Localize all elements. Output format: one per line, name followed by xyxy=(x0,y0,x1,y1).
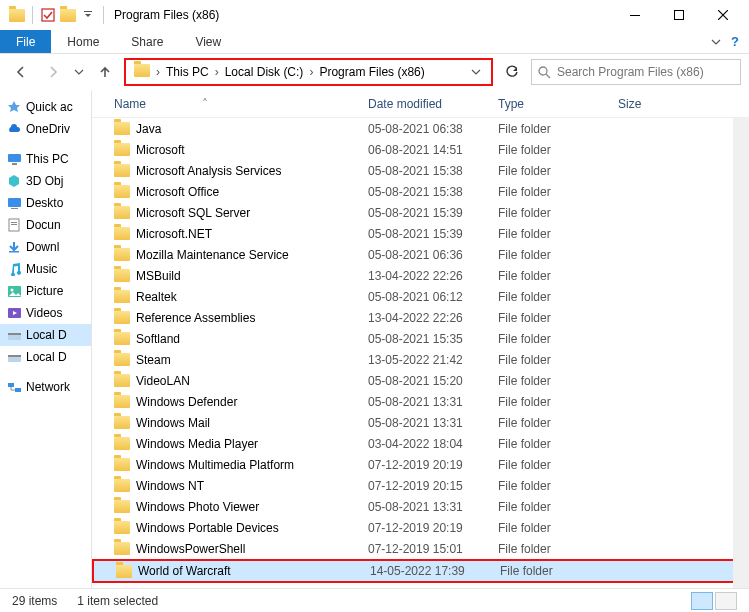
table-row[interactable]: Windows Media Player03-04-2022 18:04File… xyxy=(92,433,749,454)
sidebar-item[interactable]: Local D xyxy=(0,346,91,368)
details-view-button[interactable] xyxy=(691,592,713,610)
table-row[interactable]: Windows Defender05-08-2021 13:31File fol… xyxy=(92,391,749,412)
sidebar-item[interactable]: Docun xyxy=(0,214,91,236)
table-row[interactable]: Windows NT07-12-2019 20:15File folder xyxy=(92,475,749,496)
svg-rect-0 xyxy=(42,9,54,21)
chevron-down-icon[interactable] xyxy=(711,37,721,47)
breadcrumb[interactable]: Local Disk (C:) xyxy=(221,65,308,79)
chevron-right-icon[interactable]: › xyxy=(213,65,221,79)
table-row[interactable]: MSBuild13-04-2022 22:26File folder xyxy=(92,265,749,286)
sidebar-item[interactable]: Network xyxy=(0,376,91,398)
breadcrumb[interactable]: This PC xyxy=(162,65,213,79)
up-button[interactable] xyxy=(92,59,118,85)
sidebar-item[interactable]: OneDriv xyxy=(0,118,91,140)
table-row[interactable]: Windows Mail05-08-2021 13:31File folder xyxy=(92,412,749,433)
sidebar-item[interactable]: Quick ac xyxy=(0,96,91,118)
minimize-button[interactable] xyxy=(613,0,657,30)
thumbnails-view-button[interactable] xyxy=(715,592,737,610)
svg-point-4 xyxy=(539,67,547,75)
table-row[interactable]: Mozilla Maintenance Service05-08-2021 06… xyxy=(92,244,749,265)
table-row[interactable]: Microsoft SQL Server05-08-2021 15:39File… xyxy=(92,202,749,223)
file-name: World of Warcraft xyxy=(138,564,231,578)
sidebar-item[interactable]: Deskto xyxy=(0,192,91,214)
pic-icon xyxy=(6,283,22,299)
table-row[interactable]: Reference Assemblies13-04-2022 22:26File… xyxy=(92,307,749,328)
sidebar-item[interactable]: Downl xyxy=(0,236,91,258)
table-row[interactable]: Windows Photo Viewer05-08-2021 13:31File… xyxy=(92,496,749,517)
table-row[interactable]: Steam13-05-2022 21:42File folder xyxy=(92,349,749,370)
sidebar-item[interactable]: Local D xyxy=(0,324,91,346)
file-date: 13-05-2022 21:42 xyxy=(362,353,492,367)
back-button[interactable] xyxy=(8,59,34,85)
qat-dropdown-icon[interactable] xyxy=(79,4,97,26)
file-date: 05-08-2021 15:39 xyxy=(362,227,492,241)
table-row[interactable]: Windows Multimedia Platform07-12-2019 20… xyxy=(92,454,749,475)
file-type: File folder xyxy=(492,227,612,241)
address-bar[interactable]: › This PC › Local Disk (C:) › Program Fi… xyxy=(124,58,493,86)
file-type: File folder xyxy=(494,564,614,578)
file-tab[interactable]: File xyxy=(0,30,51,53)
sidebar-item[interactable]: Music xyxy=(0,258,91,280)
qat-checkbox-icon[interactable] xyxy=(39,4,57,26)
column-type[interactable]: Type xyxy=(492,97,612,111)
tab-share[interactable]: Share xyxy=(115,30,179,53)
file-type: File folder xyxy=(492,311,612,325)
folder-icon xyxy=(114,227,130,240)
close-button[interactable] xyxy=(701,0,745,30)
column-headers: Name˄ Date modified Type Size xyxy=(92,90,749,118)
search-input[interactable]: Search Program Files (x86) xyxy=(531,59,741,85)
doc-icon xyxy=(6,217,22,233)
file-date: 13-04-2022 22:26 xyxy=(362,311,492,325)
maximize-button[interactable] xyxy=(657,0,701,30)
table-row[interactable]: Realtek05-08-2021 06:12File folder xyxy=(92,286,749,307)
cloud-icon xyxy=(6,121,22,137)
folder-icon xyxy=(114,185,130,198)
sidebar-item-label: Network xyxy=(26,380,70,394)
ribbon: File Home Share View ? xyxy=(0,30,749,54)
table-row[interactable]: Windows Portable Devices07-12-2019 20:19… xyxy=(92,517,749,538)
forward-button[interactable] xyxy=(40,59,66,85)
vertical-scrollbar[interactable] xyxy=(733,118,749,588)
tab-home[interactable]: Home xyxy=(51,30,115,53)
sidebar-item-label: Docun xyxy=(26,218,61,232)
table-row[interactable]: Microsoft Office05-08-2021 15:38File fol… xyxy=(92,181,749,202)
help-icon[interactable]: ? xyxy=(731,34,739,49)
file-date: 05-08-2021 06:38 xyxy=(362,122,492,136)
sidebar-item[interactable]: Picture xyxy=(0,280,91,302)
chevron-right-icon[interactable]: › xyxy=(154,65,162,79)
breadcrumb[interactable]: Program Files (x86) xyxy=(315,65,428,79)
file-type: File folder xyxy=(492,290,612,304)
table-row[interactable]: World of Warcraft14-05-2022 17:39File fo… xyxy=(92,559,749,583)
file-date: 05-08-2021 13:31 xyxy=(362,416,492,430)
status-bar: 29 items 1 item selected xyxy=(0,588,749,612)
sidebar-item-label: Quick ac xyxy=(26,100,73,114)
file-name: Microsoft Analysis Services xyxy=(136,164,281,178)
folder-icon xyxy=(114,458,130,471)
recent-dropdown[interactable] xyxy=(72,59,86,85)
file-date: 05-08-2021 13:31 xyxy=(362,500,492,514)
chevron-right-icon[interactable]: › xyxy=(307,65,315,79)
column-name[interactable]: Name˄ xyxy=(92,97,362,111)
column-date[interactable]: Date modified xyxy=(362,97,492,111)
file-type: File folder xyxy=(492,164,612,178)
folder-icon xyxy=(114,416,130,429)
table-row[interactable]: Microsoft06-08-2021 14:51File folder xyxy=(92,139,749,160)
folder-icon xyxy=(114,164,130,177)
file-date: 05-08-2021 06:12 xyxy=(362,290,492,304)
sidebar-item[interactable]: 3D Obj xyxy=(0,170,91,192)
table-row[interactable]: WindowsPowerShell07-12-2019 15:01File fo… xyxy=(92,538,749,559)
file-date: 05-08-2021 13:31 xyxy=(362,395,492,409)
address-dropdown-icon[interactable] xyxy=(465,67,487,77)
sidebar-item[interactable]: This PC xyxy=(0,148,91,170)
svg-rect-10 xyxy=(11,222,17,223)
column-size[interactable]: Size xyxy=(612,97,692,111)
table-row[interactable]: Softland05-08-2021 15:35File folder xyxy=(92,328,749,349)
refresh-button[interactable] xyxy=(499,59,525,85)
table-row[interactable]: Microsoft Analysis Services05-08-2021 15… xyxy=(92,160,749,181)
tab-view[interactable]: View xyxy=(179,30,237,53)
table-row[interactable]: Java05-08-2021 06:38File folder xyxy=(92,118,749,139)
sidebar-item[interactable]: Videos xyxy=(0,302,91,324)
table-row[interactable]: VideoLAN05-08-2021 15:20File folder xyxy=(92,370,749,391)
table-row[interactable]: Microsoft.NET05-08-2021 15:39File folder xyxy=(92,223,749,244)
file-type: File folder xyxy=(492,122,612,136)
